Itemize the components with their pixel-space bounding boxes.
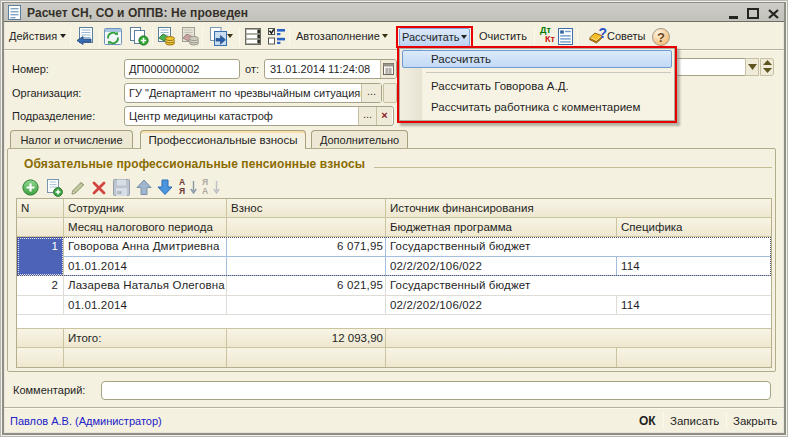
svg-text:?: ?: [599, 26, 608, 41]
svg-text:ок: ок: [117, 190, 122, 195]
